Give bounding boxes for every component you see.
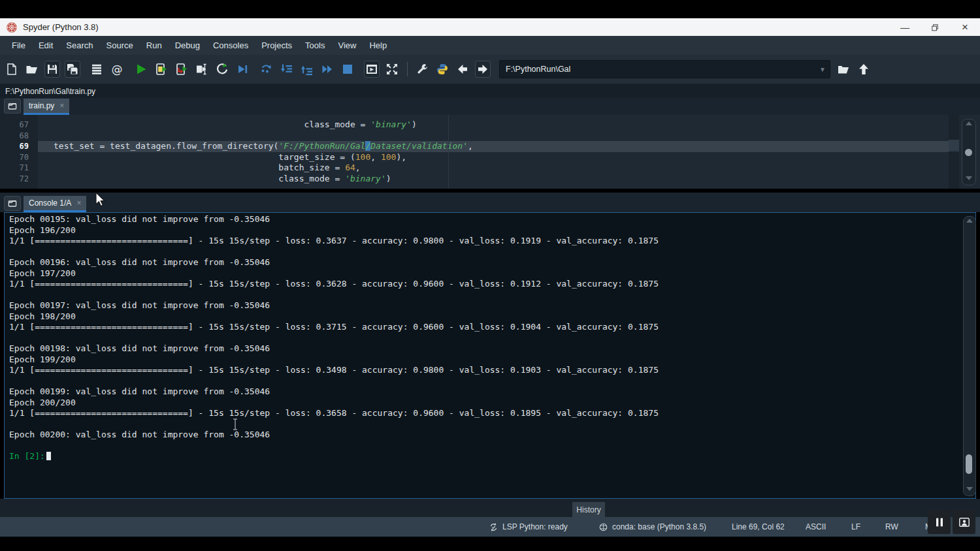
restore-button[interactable] — [920, 18, 950, 36]
console-output-line — [5, 247, 975, 258]
step-into-icon[interactable] — [279, 61, 295, 78]
line-number: 70 — [0, 152, 38, 163]
code-area[interactable]: class_mode = 'binary')test_set = test_da… — [38, 115, 951, 189]
console-output-line: Epoch 199/200 — [5, 354, 975, 366]
console-output-line — [5, 441, 975, 452]
code-line-69[interactable]: test_set = test_datagen.flow_from_direct… — [38, 141, 951, 152]
forward-icon[interactable] — [475, 61, 491, 78]
run-selection-icon[interactable] — [194, 61, 210, 78]
menu-item-projects[interactable]: Projects — [255, 36, 299, 55]
code-line-70[interactable]: target_size = (100, 100), — [38, 152, 951, 163]
spyder-logo-icon — [6, 22, 18, 33]
scroll-flag-marker — [949, 140, 959, 151]
tab-close-icon[interactable]: × — [59, 101, 64, 110]
pause-overlay-button[interactable] — [928, 511, 951, 534]
stop-icon[interactable] — [340, 61, 355, 78]
picture-in-picture-overlay-button[interactable] — [953, 511, 975, 534]
menu-item-search[interactable]: Search — [59, 36, 99, 55]
new-file-icon[interactable] — [4, 61, 20, 78]
ipython-console[interactable]: Epoch 00195: val_loss did not improve fr… — [4, 212, 976, 499]
status-ascii: ASCII — [806, 517, 826, 537]
console-output-line: Epoch 00198: val_loss did not improve fr… — [5, 343, 975, 354]
menu-item-help[interactable]: Help — [363, 36, 393, 55]
code-line-67[interactable]: class_mode = 'binary') — [38, 119, 951, 131]
tab-console-1a[interactable]: Console 1/A × — [24, 196, 86, 212]
working-directory-value: F:\PythonRun\Gal — [500, 65, 819, 74]
svg-text:@: @ — [112, 63, 123, 76]
console-output-line: Epoch 198/200 — [5, 311, 975, 323]
main-toolbar: @F:\PythonRun\Gal▼ — [0, 55, 980, 84]
status-lf: LF — [851, 517, 860, 537]
close-button[interactable]: × — [950, 18, 980, 36]
console-scrollbar-thumb[interactable] — [966, 454, 972, 474]
rerun-cell-icon[interactable] — [214, 61, 230, 78]
console-output-line: 1/1 [==============================] - 1… — [5, 236, 975, 247]
step-over-icon[interactable] — [259, 61, 274, 78]
bottom-pane-tab-strip — [0, 499, 980, 517]
python-path-icon[interactable] — [434, 61, 450, 78]
step-return-icon[interactable] — [299, 61, 315, 78]
status-line-69-col-62: Line 69, Col 62 — [732, 517, 785, 537]
console-output-line: Epoch 196/200 — [5, 225, 975, 236]
status-lsp-python-ready: LSP Python: ready — [489, 517, 568, 537]
menu-item-file[interactable]: File — [5, 36, 32, 55]
console-tab-bar: Console 1/A × — [0, 193, 980, 212]
console-prompt-line[interactable]: In [2]: — [5, 451, 975, 462]
menu-item-view[interactable]: View — [331, 36, 363, 55]
minimize-button[interactable]: — — [890, 18, 920, 36]
line-number: 71 — [0, 163, 38, 174]
find-symbol-icon[interactable]: @ — [109, 61, 125, 78]
console-output-line: Epoch 00196: val_loss did not improve fr… — [5, 257, 975, 268]
status-rw: RW — [885, 517, 898, 537]
browse-directory-icon[interactable] — [836, 61, 851, 78]
back-icon[interactable] — [455, 61, 470, 78]
console-output-line: 1/1 [==============================] - 1… — [5, 322, 975, 333]
parent-directory-icon[interactable] — [856, 61, 872, 78]
line-number: 67 — [0, 119, 38, 131]
browse-tabs-icon[interactable] — [4, 196, 21, 211]
spyder-window: Spyder (Python 3.8) — × FileEditSearchSo… — [0, 0, 980, 551]
line-number: 69 — [0, 141, 38, 152]
maximize-pane-icon[interactable] — [364, 61, 380, 78]
tab-history[interactable]: History — [572, 502, 605, 517]
menu-item-tools[interactable]: Tools — [299, 36, 331, 55]
browse-tabs-icon[interactable] — [4, 99, 21, 114]
console-output-line: Epoch 00199: val_loss did not improve fr… — [5, 386, 975, 398]
code-editor[interactable]: 676869707172 class_mode = 'binary')test_… — [0, 115, 980, 189]
code-line-71[interactable]: batch_size = 64, — [38, 163, 951, 174]
menu-item-source[interactable]: Source — [100, 36, 140, 55]
tab-train-py[interactable]: train.py × — [24, 99, 69, 115]
save-icon[interactable] — [44, 61, 60, 78]
preferences-icon[interactable] — [414, 61, 430, 78]
chevron-down-icon: ▼ — [819, 66, 830, 73]
fullscreen-icon[interactable] — [384, 61, 400, 78]
open-file-icon[interactable] — [24, 61, 40, 78]
debug-icon[interactable] — [235, 61, 250, 78]
input-prompt: In [2]: — [9, 451, 45, 461]
console-output-line: Epoch 00200: val_loss did not improve fr… — [5, 430, 975, 441]
breadcrumb: F:\PythonRun\Gal\train.py — [0, 84, 980, 98]
console-output-line: 1/1 [==============================] - 1… — [5, 365, 975, 376]
code-line-68[interactable] — [38, 131, 951, 142]
menu-item-debug[interactable]: Debug — [169, 36, 206, 55]
run-icon[interactable] — [133, 61, 149, 78]
run-cell-icon[interactable] — [154, 61, 169, 78]
save-all-icon[interactable] — [65, 61, 80, 78]
menu-item-run[interactable]: Run — [140, 36, 169, 55]
console-output-line: 1/1 [==============================] - 1… — [5, 279, 975, 290]
editor-tab-bar: train.py × — [0, 98, 980, 115]
menu-item-edit[interactable]: Edit — [32, 36, 59, 55]
editor-scrollbar-thumb[interactable] — [965, 149, 972, 156]
line-number: 68 — [0, 131, 38, 142]
code-line-72[interactable]: class_mode = 'binary') — [38, 174, 951, 185]
toolbar-separator — [407, 62, 408, 76]
line-number-gutter: 676869707172 — [0, 115, 38, 189]
status-conda-base-python-3-8-5: conda: base (Python 3.8.5) — [598, 517, 706, 537]
continue-icon[interactable] — [319, 61, 335, 78]
tab-close-icon[interactable]: × — [76, 198, 81, 208]
console-output-line: Epoch 00197: val_loss did not improve fr… — [5, 300, 975, 311]
menu-item-consoles[interactable]: Consoles — [206, 36, 255, 55]
file-switcher-icon[interactable] — [89, 61, 105, 78]
working-directory-combobox[interactable]: F:\PythonRun\Gal▼ — [499, 60, 830, 78]
run-cell-advance-icon[interactable] — [174, 61, 189, 78]
